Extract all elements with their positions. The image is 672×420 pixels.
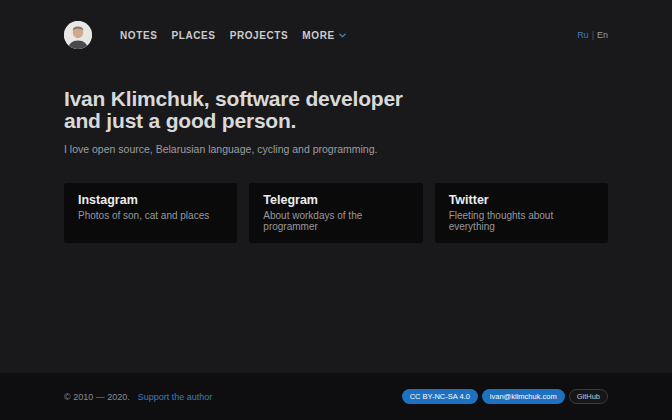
card-telegram-title: Telegram	[263, 193, 408, 207]
card-twitter[interactable]: Twitter Fleeting thoughts about everythi…	[435, 183, 608, 243]
card-twitter-description: Fleeting thoughts about everything	[449, 210, 594, 232]
language-switcher: Ru|En	[577, 30, 608, 40]
avatar[interactable]	[64, 21, 92, 49]
footer-badges: CC BY-NC-SA 4.0 ivan@klimchuk.com GitHub	[402, 389, 608, 404]
chevron-down-icon	[339, 32, 346, 39]
footer-left: © 2010 — 2020. Support the author	[64, 392, 212, 402]
social-cards: Instagram Photos of son, cat and places …	[64, 183, 608, 243]
nav-item-more-label: MORE	[302, 30, 334, 41]
nav-item-places[interactable]: PLACES	[171, 30, 215, 41]
page-title-line2: and just a good person.	[64, 109, 296, 132]
license-badge[interactable]: CC BY-NC-SA 4.0	[402, 389, 478, 404]
card-telegram[interactable]: Telegram About workdays of the programme…	[249, 183, 422, 243]
card-twitter-title: Twitter	[449, 193, 594, 207]
lang-link-ru[interactable]: Ru	[577, 30, 589, 40]
nav-item-projects[interactable]: PROJECTS	[230, 30, 289, 41]
main-content: Ivan Klimchuk, software developer and ju…	[0, 50, 672, 373]
page-title-line1: Ivan Klimchuk, software developer	[64, 87, 403, 110]
page-title: Ivan Klimchuk, software developer and ju…	[64, 88, 608, 132]
avatar-photo	[64, 21, 92, 49]
card-telegram-description: About workdays of the programmer	[263, 210, 408, 232]
lang-separator: |	[592, 30, 594, 40]
page-subtitle: I love open source, Belarusian language,…	[64, 143, 608, 155]
card-instagram-title: Instagram	[78, 193, 223, 207]
footer: © 2010 — 2020. Support the author CC BY-…	[0, 373, 672, 420]
card-instagram-description: Photos of son, cat and places	[78, 210, 223, 221]
main-nav: NOTES PLACES PROJECTS MORE	[106, 30, 346, 41]
header: NOTES PLACES PROJECTS MORE Ru|En	[0, 0, 672, 50]
support-author-link[interactable]: Support the author	[138, 392, 213, 402]
email-badge[interactable]: ivan@klimchuk.com	[482, 389, 565, 404]
nav-item-more[interactable]: MORE	[302, 30, 345, 41]
card-instagram[interactable]: Instagram Photos of son, cat and places	[64, 183, 237, 243]
nav-item-notes[interactable]: NOTES	[120, 30, 157, 41]
copyright-text: © 2010 — 2020.	[64, 392, 130, 402]
lang-current-en: En	[597, 30, 608, 40]
github-badge[interactable]: GitHub	[569, 389, 608, 404]
